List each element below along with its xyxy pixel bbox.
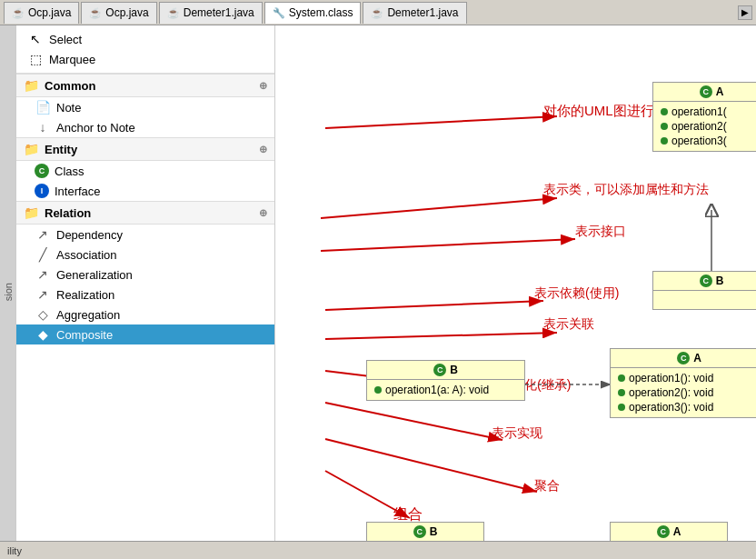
uml-box-a-mid-body: operation1(): void operation2(): void op…	[611, 368, 756, 417]
sidebar-item-aggregation-label: Aggregation	[56, 308, 120, 322]
class-circle-a-bot: C	[657, 525, 670, 538]
tab-label-ocp1: Ocp.java	[28, 6, 71, 19]
dot	[661, 108, 668, 115]
sidebar-tools: ↖ Select ⬚ Marquee	[16, 25, 274, 74]
anchor-icon: ↓	[35, 120, 51, 135]
sidebar-item-aggregation[interactable]: ◇ Aggregation	[16, 304, 274, 324]
sidebar-item-anchor[interactable]: ↓ Anchor to Note	[16, 117, 274, 137]
sidebar-tool-select[interactable]: ↖ Select	[24, 29, 267, 49]
association-icon: ╱	[35, 247, 51, 262]
uml-box-a-top: C A operation1( operation2( operation3(	[652, 82, 756, 152]
dot	[618, 374, 625, 382]
sidebar-item-note-label: Note	[56, 101, 81, 115]
sidebar-item-class[interactable]: C Class	[16, 161, 274, 181]
sidebar-tool-marquee[interactable]: ⬚ Marquee	[24, 49, 267, 69]
sidebar-section-relation-label: Relation	[45, 206, 91, 220]
tab-icon-ocp2: ☕	[89, 7, 102, 19]
tab-label-ocp2: Ocp.java	[105, 6, 148, 19]
sidebar-item-association[interactable]: ╱ Association	[16, 245, 274, 265]
uml-box-a-mid-title: A	[693, 352, 701, 364]
uml-item: operation2(	[671, 120, 727, 133]
sidebar-section-common-label: Common	[45, 79, 95, 93]
pin-icon-common: ⊕	[259, 80, 267, 92]
uml-item: operation1(a: A): void	[385, 384, 489, 396]
uml-box-b-top: C B	[652, 271, 756, 310]
sidebar-item-class-label: Class	[55, 165, 85, 178]
svg-line-1	[325, 116, 557, 128]
uml-item: operation1(	[671, 105, 727, 118]
select-icon: ↖	[27, 32, 44, 46]
annotation-association: 表示关联	[543, 316, 594, 333]
marquee-icon: ⬚	[27, 52, 44, 66]
uml-box-a-bot-title: A	[673, 525, 681, 538]
dot	[374, 386, 382, 394]
sidebar-section-relation[interactable]: 📁 Relation ⊕	[16, 201, 274, 225]
content-area: 对你的UML图进行注释 表示类，可以添加属性和方法 表示接口 表示依赖(使用) …	[275, 25, 756, 559]
folder-icon-entity: 📁	[24, 142, 39, 156]
class-circle-a-mid: C	[677, 352, 690, 364]
sidebar-tool-select-label: Select	[49, 33, 82, 46]
left-bar: sion	[0, 25, 16, 559]
sidebar-item-association-label: Association	[56, 248, 116, 262]
tab-icon-ocp1: ☕	[12, 7, 25, 19]
bottom-bar: ility	[0, 541, 756, 559]
uml-item: operation3(	[671, 135, 727, 147]
composite-icon: ◆	[35, 327, 51, 342]
svg-line-9	[325, 471, 410, 518]
svg-line-4	[325, 301, 543, 310]
generalization-icon: ↗	[35, 267, 51, 282]
annotation-realization: 表示实现	[492, 425, 542, 442]
uml-item: operation3(): void	[629, 401, 713, 414]
tab-icon-demeter2: ☕	[371, 7, 383, 19]
tab-label-demeter1: Demeter1.java	[184, 6, 254, 19]
folder-icon-common: 📁	[24, 78, 39, 93]
tab-demeter1[interactable]: ☕ Demeter1.java	[159, 2, 263, 24]
sidebar-item-dependency-label: Dependency	[56, 228, 123, 242]
uml-box-b-mid: C B operation1(a: A): void	[366, 360, 525, 401]
tab-ocp2[interactable]: ☕ Ocp.java	[81, 2, 156, 24]
uml-box-a-top-title: A	[716, 85, 724, 98]
class-icon: C	[35, 164, 49, 178]
sidebar-item-composite[interactable]: ◆ Composite	[16, 324, 274, 344]
dot	[618, 404, 625, 411]
sidebar: ↖ Select ⬚ Marquee 📁 Common ⊕ 📄 Note ↓ A…	[16, 25, 275, 559]
tab-demeter2[interactable]: ☕ Demeter1.java	[363, 2, 466, 24]
sidebar-item-interface[interactable]: I Interface	[16, 181, 274, 201]
uml-box-a-mid: C A operation1(): void operation2(): voi…	[610, 348, 756, 418]
tab-ocp1[interactable]: ☕ Ocp.java	[4, 2, 79, 24]
uml-box-b-bot-title: B	[430, 525, 438, 538]
sidebar-item-dependency[interactable]: ↗ Dependency	[16, 225, 274, 245]
tab-icon-systemclass: 🔧	[273, 7, 285, 19]
svg-line-2	[321, 198, 557, 218]
tab-scroll-right[interactable]: ▶	[738, 5, 752, 20]
left-bar-label: sion	[3, 283, 14, 301]
sidebar-section-entity[interactable]: 📁 Entity ⊕	[16, 137, 274, 161]
sidebar-item-interface-label: Interface	[55, 185, 101, 198]
sidebar-item-realization[interactable]: ↗ Realization	[16, 284, 274, 304]
dot	[661, 123, 668, 130]
tab-systemclass[interactable]: 🔧 System.class	[264, 2, 362, 24]
annotation-class: 表示类，可以添加属性和方法	[543, 182, 709, 198]
bottom-bar-label: ility	[7, 545, 22, 556]
sidebar-section-common[interactable]: 📁 Common ⊕	[16, 74, 274, 97]
aggregation-icon: ◇	[35, 307, 51, 322]
sidebar-item-generalization-label: Generalization	[56, 268, 133, 282]
class-circle-b-bot: C	[413, 525, 426, 538]
uml-box-b-mid-body: operation1(a: A): void	[367, 380, 524, 400]
dot	[661, 137, 668, 145]
sidebar-item-composite-label: Composite	[56, 328, 113, 342]
tab-icon-demeter1: ☕	[167, 7, 180, 19]
tab-label-systemclass: System.class	[289, 6, 353, 19]
uml-box-a-top-body: operation1( operation2( operation3(	[653, 102, 756, 151]
annotation-dependency: 表示依赖(使用)	[534, 285, 619, 302]
sidebar-section-entity-label: Entity	[45, 143, 77, 156]
uml-box-b-mid-title: B	[450, 364, 458, 376]
uml-box-b-top-title: B	[716, 275, 724, 287]
svg-line-3	[321, 239, 575, 251]
sidebar-item-realization-label: Realization	[56, 288, 114, 302]
sidebar-item-note[interactable]: 📄 Note	[16, 97, 274, 117]
interface-icon: I	[35, 184, 49, 198]
sidebar-tool-marquee-label: Marquee	[49, 53, 95, 66]
sidebar-item-generalization[interactable]: ↗ Generalization	[16, 265, 274, 284]
tab-label-demeter2: Demeter1.java	[387, 6, 458, 19]
